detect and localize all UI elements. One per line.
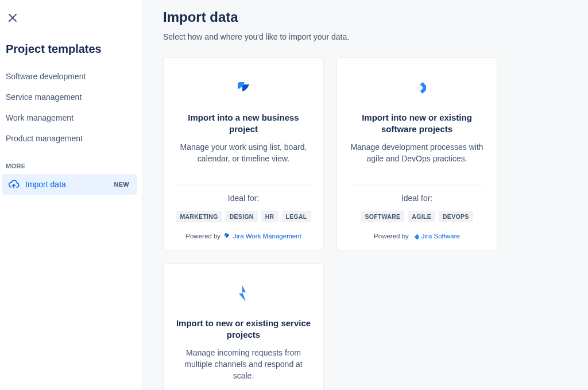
sidebar-item-work-management[interactable]: Work management	[0, 107, 142, 128]
product-name: Jira Work Management	[233, 233, 301, 240]
sidebar-item-software-development[interactable]: Software development	[0, 66, 142, 87]
card-title: Import into a new business project	[174, 112, 313, 136]
tag: LEGAL	[282, 211, 311, 222]
card-title: Import into new or existing software pro…	[347, 112, 486, 136]
divider	[347, 184, 486, 184]
card-business-project[interactable]: Import into a new business project Manag…	[163, 57, 324, 250]
tag-list: SOFTWARE AGILE DEVOPS	[347, 211, 486, 222]
sidebar-item-import-data[interactable]: Import data NEW	[2, 174, 137, 195]
jira-software-icon	[408, 79, 426, 97]
tag: DESIGN	[226, 211, 258, 222]
tag-list: MARKETING DESIGN HR LEGAL	[174, 211, 313, 222]
card-description: Manage incoming requests from multiple c…	[174, 347, 313, 382]
divider	[174, 184, 313, 184]
sidebar-section-more: MORE	[6, 163, 142, 169]
card-software-projects[interactable]: Import into new or existing software pro…	[336, 57, 497, 250]
tag: HR	[261, 211, 278, 222]
sidebar-item-product-management[interactable]: Product management	[0, 128, 142, 149]
sidebar-nav: Software development Service management …	[0, 66, 142, 149]
powered-by: Powered by Jira Work Management	[174, 233, 313, 240]
tag: AGILE	[408, 211, 435, 222]
jira-work-management-icon	[234, 79, 253, 97]
jira-work-management-icon	[223, 233, 230, 240]
sidebar: Project templates Software development S…	[0, 0, 142, 390]
ideal-for-label: Ideal for:	[174, 194, 313, 203]
card-description: Manage your work using list, board, cale…	[174, 141, 313, 165]
card-grid: Import into a new business project Manag…	[163, 57, 567, 390]
card-title: Import to new or existing service projec…	[174, 318, 313, 341]
tag: SOFTWARE	[361, 211, 404, 222]
ideal-for-label: Ideal for:	[347, 194, 486, 203]
tag: DEVOPS	[439, 211, 473, 222]
main-content: Import data Select how and where you'd l…	[142, 0, 588, 390]
tag: MARKETING	[176, 211, 222, 222]
close-icon	[8, 13, 17, 24]
jira-service-management-icon	[234, 284, 253, 303]
sidebar-item-label: Product management	[6, 134, 83, 143]
sidebar-item-label: Work management	[6, 113, 74, 122]
close-button[interactable]	[6, 11, 20, 25]
powered-by: Powered by Jira Software	[347, 233, 486, 240]
sidebar-item-label: Import data	[25, 180, 114, 189]
card-description: Manage development processes with agile …	[347, 141, 486, 165]
card-service-projects[interactable]: Import to new or existing service projec…	[163, 263, 324, 390]
cloud-upload-icon	[8, 179, 20, 190]
page-title: Import data	[163, 9, 567, 25]
sidebar-item-label: Software development	[6, 72, 86, 81]
sidebar-item-service-management[interactable]: Service management	[0, 87, 142, 107]
jira-software-icon	[412, 233, 419, 240]
svg-rect-2	[414, 234, 418, 240]
sidebar-title: Project templates	[6, 43, 142, 56]
sidebar-item-label: Service management	[6, 92, 82, 102]
new-badge: NEW	[114, 181, 129, 188]
product-name: Jira Software	[421, 233, 460, 240]
powered-by-prefix: Powered by	[185, 233, 220, 240]
powered-by-prefix: Powered by	[374, 233, 409, 240]
page-subtitle: Select how and where you'd like to impor…	[163, 32, 567, 41]
